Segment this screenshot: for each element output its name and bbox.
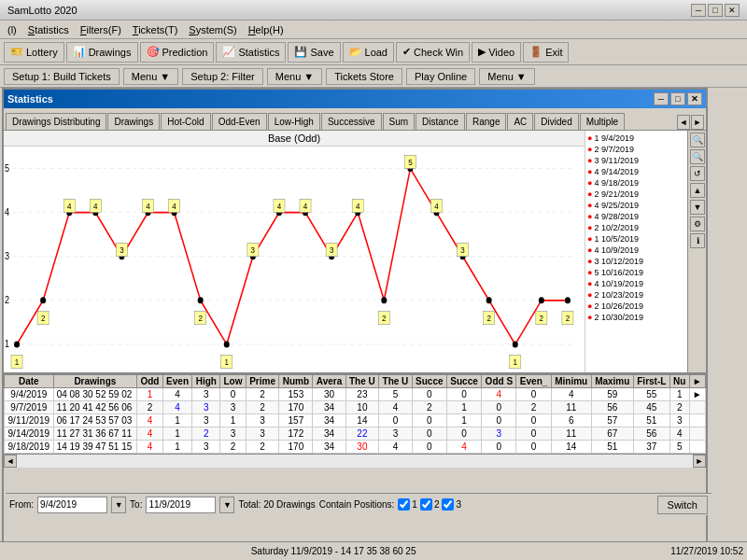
info-button[interactable]: ℹ bbox=[690, 233, 705, 248]
cell-avg: 34 bbox=[313, 427, 345, 441]
cell-prime: 3 bbox=[246, 427, 279, 441]
tab-nav-right[interactable]: ► bbox=[691, 115, 704, 130]
tab-nav-left[interactable]: ◄ bbox=[677, 115, 690, 130]
setup2-button[interactable]: Setup 2: Filter bbox=[182, 68, 262, 85]
cell-succ1: 0 bbox=[412, 388, 446, 401]
scroll-track[interactable] bbox=[17, 455, 693, 468]
cell-nu: 3 bbox=[669, 414, 689, 427]
load-button[interactable]: 📂 Load bbox=[343, 42, 394, 63]
from-date-dropdown[interactable]: ▼ bbox=[111, 497, 126, 513]
cell-low: 0 bbox=[220, 388, 247, 401]
save-button[interactable]: 💾 Save bbox=[288, 42, 340, 63]
cell-drawings: 04 08 30 52 59 02 bbox=[53, 388, 137, 401]
menu-help[interactable]: Help(H) bbox=[243, 22, 289, 37]
zoom-out-button[interactable]: 🔍 bbox=[690, 149, 705, 164]
cell-theu2: 3 bbox=[379, 427, 413, 441]
legend-item: ● 4 9/25/2019 bbox=[587, 200, 685, 211]
menu-lottery[interactable]: (l) bbox=[2, 22, 22, 37]
tab-drawings[interactable]: Drawings bbox=[107, 113, 160, 130]
tab-range[interactable]: Range bbox=[466, 113, 506, 130]
menu-filters[interactable]: Filters(F) bbox=[75, 22, 127, 37]
tickets-store-button[interactable]: Tickets Store bbox=[326, 68, 402, 85]
pos2-checkbox-label[interactable]: 2 bbox=[420, 498, 440, 511]
drawings-button[interactable]: 📊 Drawings bbox=[66, 42, 138, 63]
menu-system[interactable]: System(S) bbox=[183, 22, 242, 37]
maximize-button[interactable]: □ bbox=[708, 4, 723, 17]
scroll-right-button[interactable]: ► bbox=[693, 455, 706, 468]
to-date-dropdown[interactable]: ▼ bbox=[219, 497, 234, 513]
table-header-row: Date Drawings Odd Even High Low Prime Nu… bbox=[5, 375, 706, 388]
zoom-in-button[interactable]: 🔍 bbox=[690, 133, 705, 147]
from-date-input[interactable] bbox=[37, 497, 107, 513]
tab-divided[interactable]: Divided bbox=[534, 113, 578, 130]
minimize-button[interactable]: ─ bbox=[691, 4, 706, 17]
tab-multiple[interactable]: Multiple bbox=[580, 113, 625, 130]
cell-theu1: 10 bbox=[345, 401, 379, 414]
tab-distance[interactable]: Distance bbox=[416, 113, 465, 130]
legend-item: ● 4 9/14/2019 bbox=[587, 166, 685, 177]
video-button[interactable]: ▶ Video bbox=[472, 42, 521, 63]
cell-avg: 34 bbox=[313, 441, 345, 454]
menu-statistics[interactable]: Statistics bbox=[22, 22, 75, 37]
stats-close[interactable]: ✕ bbox=[687, 92, 702, 105]
down-button[interactable]: ▼ bbox=[690, 200, 705, 215]
pos2-checkbox[interactable] bbox=[420, 498, 432, 511]
tab-successive[interactable]: Successive bbox=[321, 113, 382, 130]
menu2-button[interactable]: Menu ▼ bbox=[267, 68, 322, 85]
to-date-input[interactable] bbox=[146, 497, 216, 513]
legend-item: ● 4 10/9/2019 bbox=[587, 245, 685, 256]
prediction-button[interactable]: 🎯 Prediction bbox=[140, 42, 215, 63]
up-button[interactable]: ▲ bbox=[690, 183, 705, 198]
title-bar: SamLotto 2020 ─ □ ✕ bbox=[0, 0, 747, 21]
tab-low-high[interactable]: Low-High bbox=[268, 113, 320, 130]
chart-area: Base (Odd) 5 4 3 2 1 bbox=[4, 131, 585, 372]
legend-item: ● 4 10/19/2019 bbox=[587, 278, 685, 289]
play-online-button[interactable]: Play Online bbox=[406, 68, 475, 85]
legend-item: ● 3 9/11/2019 bbox=[587, 155, 685, 166]
legend-item: ● 3 10/12/2019 bbox=[587, 256, 685, 267]
stats-minimize[interactable]: ─ bbox=[654, 92, 669, 105]
cell-nu: 5 bbox=[669, 441, 689, 454]
sub-toolbar: Setup 1: Build Tickets Menu ▼ Setup 2: F… bbox=[0, 65, 747, 88]
options-button[interactable]: ⚙ bbox=[690, 217, 705, 231]
cell-succ2: 0 bbox=[446, 388, 481, 401]
scroll-left-button[interactable]: ◄ bbox=[4, 455, 17, 468]
legend-item: ● 2 10/30/2019 bbox=[587, 312, 685, 323]
col-high: High bbox=[192, 375, 220, 388]
check-win-button[interactable]: ✔ Check Win bbox=[396, 42, 470, 63]
cell-even: 1 bbox=[162, 427, 192, 441]
menu3-button[interactable]: Menu ▼ bbox=[479, 68, 534, 85]
legend-item: ● 5 10/16/2019 bbox=[587, 267, 685, 278]
refresh-button[interactable]: ↺ bbox=[690, 166, 705, 181]
pos1-checkbox-label[interactable]: 1 bbox=[398, 498, 417, 511]
tab-drawings-distributing[interactable]: Drawings Distributing bbox=[6, 113, 106, 130]
close-button[interactable]: ✕ bbox=[725, 4, 740, 17]
cell-date: 9/4/2019 bbox=[5, 388, 54, 401]
cell-low: 1 bbox=[220, 414, 247, 427]
from-label: From: bbox=[9, 499, 34, 510]
pos3-checkbox[interactable] bbox=[442, 498, 454, 511]
cell-odds: 4 bbox=[482, 388, 516, 401]
pos3-checkbox-label[interactable]: 3 bbox=[442, 498, 461, 511]
menu1-button[interactable]: Menu ▼ bbox=[123, 68, 178, 85]
tab-odd-even[interactable]: Odd-Even bbox=[212, 113, 267, 130]
horizontal-scrollbar[interactable]: ◄ ► bbox=[4, 454, 706, 467]
col-even2: Even_ bbox=[516, 375, 551, 388]
statistics-toolbar-button[interactable]: 📈 Statistics bbox=[216, 42, 286, 63]
cell-succ1: 2 bbox=[412, 401, 446, 414]
svg-text:4: 4 bbox=[303, 201, 308, 211]
exit-button[interactable]: 🚪 Exit bbox=[523, 42, 569, 63]
setup1-button[interactable]: Setup 1: Build Tickets bbox=[4, 68, 120, 85]
lottery-button[interactable]: 🎫 Lottery bbox=[4, 42, 64, 63]
tab-sum[interactable]: Sum bbox=[383, 113, 416, 130]
menu-tickets[interactable]: Tickets(T) bbox=[127, 22, 183, 37]
pos1-checkbox[interactable] bbox=[398, 498, 410, 511]
tab-hot-cold[interactable]: Hot-Cold bbox=[161, 113, 210, 130]
switch-button[interactable]: Switch bbox=[657, 496, 708, 514]
col-drawings: Drawings bbox=[53, 375, 137, 388]
col-date: Date bbox=[5, 375, 54, 388]
stats-maximize[interactable]: □ bbox=[670, 92, 685, 105]
cell-first: 51 bbox=[633, 414, 669, 427]
col-number: Numb bbox=[279, 375, 313, 388]
tab-ac[interactable]: AC bbox=[507, 113, 533, 130]
